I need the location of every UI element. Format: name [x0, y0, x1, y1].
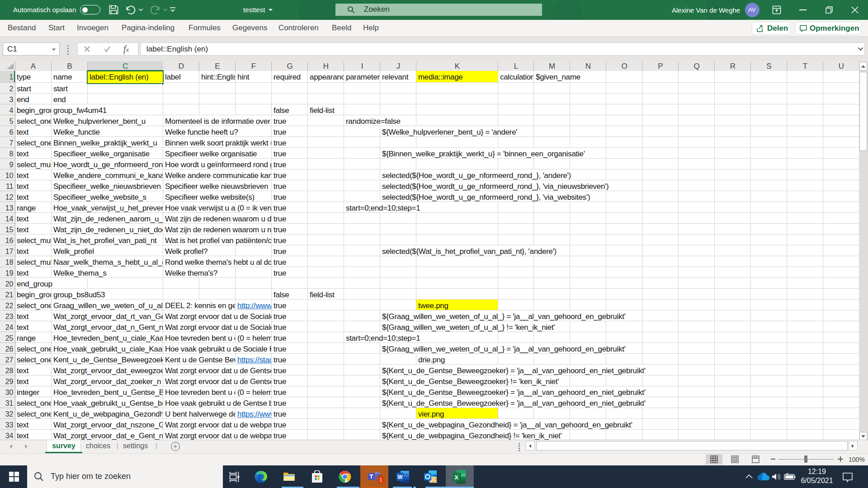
svg-text:X: X	[454, 474, 458, 481]
svg-text:1: 1	[379, 477, 382, 483]
svg-text:W: W	[397, 474, 403, 480]
